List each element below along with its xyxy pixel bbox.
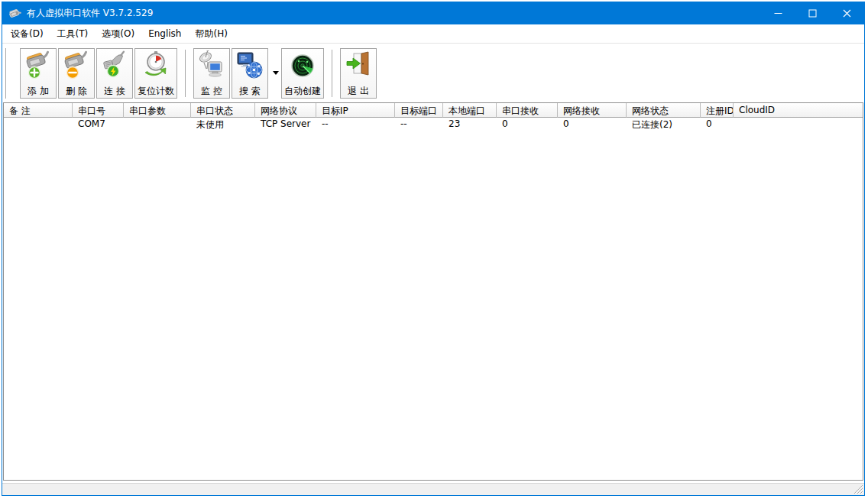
network-search-icon [236,50,264,81]
cell-net-status: 已连接(2) [627,118,701,131]
search-button[interactable]: 搜 索 [232,48,268,99]
col-header-serial-rx[interactable]: 串口接收 [497,103,558,118]
minimize-button[interactable] [761,2,795,24]
toolbar-separator [332,50,334,97]
window-controls [761,2,864,24]
cell-com-port: COM7 [73,118,124,131]
menu-device[interactable]: 设备(D) [4,24,50,43]
reset-count-button[interactable]: 复位计数 [134,48,177,99]
col-header-net-rx[interactable]: 网络接收 [558,103,627,118]
cell-target-ip: -- [316,118,395,131]
col-header-cloud-id[interactable]: CloudID [734,103,863,118]
window-title: 有人虚拟串口软件 V3.7.2.529 [27,7,153,20]
port-list: 备 注 串口号 串口参数 串口状态 网络协议 目标IP 目标端口 本地端口 串口… [3,102,863,481]
cell-register-id: 0 [701,118,734,131]
connector-bolt-icon [101,50,128,81]
search-dropdown-arrow[interactable] [270,48,281,99]
serial-port-delete-icon [63,50,90,81]
delete-port-button[interactable]: 删 除 [58,48,95,99]
menu-help[interactable]: 帮助(H) [188,24,234,43]
chevron-down-icon [273,71,279,75]
exit-door-icon [345,50,372,81]
delete-port-label: 删 除 [66,85,87,97]
radar-icon [289,50,316,81]
stopwatch-reset-icon [142,50,170,81]
add-port-label: 添 加 [28,85,49,97]
resize-grip[interactable] [853,484,863,494]
monitor-button[interactable]: 监 控 [193,48,230,99]
cell-local-port: 23 [443,118,497,131]
menu-options[interactable]: 选项(O) [95,24,141,43]
col-header-register-id[interactable]: 注册ID [701,103,734,118]
toolbar-separator [185,50,187,97]
connect-label: 连 接 [104,85,125,97]
satellite-monitor-icon [198,50,225,81]
cell-net-protocol: TCP Server [255,118,316,131]
maximize-button[interactable] [795,2,830,24]
port-list-header: 备 注 串口号 串口参数 串口状态 网络协议 目标IP 目标端口 本地端口 串口… [4,103,863,118]
serial-port-add-icon [24,50,52,81]
monitor-label: 监 控 [201,85,222,97]
exit-label: 退 出 [348,85,369,97]
cell-port-params [124,118,191,131]
cell-net-rx: 0 [558,118,627,131]
table-empty-area [4,131,863,480]
col-header-local-port[interactable]: 本地端口 [443,103,497,118]
connect-button[interactable]: 连 接 [96,48,133,99]
col-header-remark[interactable]: 备 注 [4,103,73,118]
close-button[interactable] [830,2,864,24]
cell-serial-rx: 0 [497,118,558,131]
table-row[interactable]: COM7 未使用 TCP Server -- -- 23 0 0 已连接(2) … [4,118,863,131]
app-icon [8,7,21,20]
exit-button[interactable]: 退 出 [340,48,377,99]
col-header-target-ip[interactable]: 目标IP [316,103,395,118]
auto-create-button[interactable]: 自动创建 [281,48,324,99]
cell-target-port: -- [395,118,443,131]
search-label: 搜 索 [239,85,261,97]
col-header-com-port[interactable]: 串口号 [73,103,124,118]
menu-tools[interactable]: 工具(T) [50,24,96,43]
cell-cloud-id [734,118,863,131]
col-header-port-params[interactable]: 串口参数 [124,103,191,118]
toolbar: 添 加 删 除 [2,43,864,102]
title-bar: 有人虚拟串口软件 V3.7.2.529 [2,2,864,24]
col-header-target-port[interactable]: 目标端口 [395,103,443,118]
reset-count-label: 复位计数 [138,85,174,97]
add-port-button[interactable]: 添 加 [20,48,57,99]
menu-english[interactable]: English [141,24,188,43]
status-bar [2,483,864,495]
toolbar-band-edge [5,48,8,99]
desktop: 有人虚拟串口软件 V3.7.2.529 设备(D) 工具(T) 选项(O) En… [0,0,868,502]
col-header-port-status[interactable]: 串口状态 [191,103,255,118]
col-header-net-protocol[interactable]: 网络协议 [255,103,316,118]
app-window: 有人虚拟串口软件 V3.7.2.529 设备(D) 工具(T) 选项(O) En… [2,2,865,496]
col-header-net-status[interactable]: 网络状态 [627,103,701,118]
auto-create-label: 自动创建 [284,85,321,97]
menu-bar: 设备(D) 工具(T) 选项(O) English 帮助(H) [2,24,864,43]
cell-port-status: 未使用 [191,118,255,131]
cell-remark [4,118,73,131]
